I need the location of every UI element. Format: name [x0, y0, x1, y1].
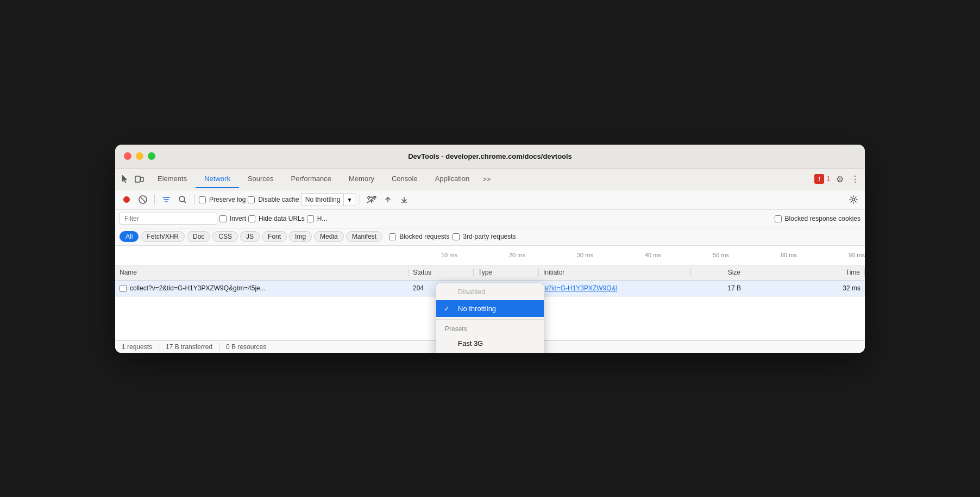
blocked-requests-checkbox[interactable] [389, 233, 396, 240]
tab-bar: Elements Network Sources Performance Mem… [115, 169, 865, 190]
row-checkbox[interactable] [120, 285, 127, 292]
wifi-button[interactable] [365, 192, 379, 207]
filter-tag-all[interactable]: All [120, 231, 139, 242]
maximize-button[interactable] [148, 152, 155, 160]
filter-tag-css[interactable]: CSS [212, 231, 238, 242]
tick-90ms: 90 ms [849, 252, 865, 258]
disable-cache-label[interactable]: Disable cache [248, 196, 299, 203]
td-time: 32 ms [745, 284, 865, 292]
tick-40ms: 40 ms [645, 252, 661, 258]
tab-application[interactable]: Application [426, 170, 479, 188]
timeline: 10 ms 20 ms 30 ms 40 ms 50 ms 80 ms 90 m… [115, 246, 865, 265]
third-party-label[interactable]: 3rd-party requests [453, 233, 516, 240]
resources-size: 0 B resources [226, 343, 273, 351]
th-name[interactable]: Name [115, 269, 409, 276]
filter-right: Blocked response cookies [775, 215, 860, 222]
hide-data-urls-checkbox[interactable] [248, 215, 255, 222]
dropdown-no-throttling[interactable]: ✓ No throttling [436, 300, 544, 317]
more-options-icon[interactable]: ⋮ [850, 173, 860, 184]
import-button[interactable] [397, 192, 411, 207]
th-type[interactable]: Type [474, 269, 539, 276]
dropdown-no-throttling-label: No throttling [458, 305, 496, 313]
request-type-bar: All Fetch/XHR Doc CSS JS Font Img Media … [115, 228, 865, 246]
td-initiator[interactable]: js?id=G-H1Y3PXZW9Q&l [539, 284, 691, 292]
third-party-checkbox[interactable] [453, 233, 460, 240]
preserve-log-label[interactable]: Preserve log [199, 196, 246, 203]
dropdown-fast-3g-label: Fast 3G [458, 339, 483, 347]
device-toolbar-icon[interactable] [134, 173, 145, 184]
svg-line-6 [184, 201, 186, 203]
filter-tag-img[interactable]: Img [289, 231, 312, 242]
blocked-requests-label[interactable]: Blocked requests [389, 233, 449, 240]
initiator-link[interactable]: js?id=G-H1Y3PXZW9Q&l [543, 284, 617, 292]
preserve-log-text: Preserve log [209, 196, 246, 203]
table-header: Name Status Type Initiator Size Time [115, 265, 865, 281]
tick-80ms: 80 ms [781, 252, 797, 258]
tick-20ms: 20 ms [509, 252, 525, 258]
hide-data-urls-label[interactable]: Hide data URLs [248, 215, 305, 222]
search-button[interactable] [175, 192, 190, 207]
th-size[interactable]: Size [691, 269, 745, 276]
filter-input[interactable] [120, 213, 217, 225]
dropdown-slow-3g[interactable]: Slow 3G [436, 352, 544, 353]
filter-bar: Invert Hide data URLs H... Blocked respo… [115, 210, 865, 228]
dropdown-fast-3g[interactable]: Fast 3G [436, 335, 544, 352]
preserve-log-checkbox[interactable] [199, 196, 206, 203]
issues-badge[interactable]: ! 1 [814, 174, 830, 184]
throttle-select[interactable]: No throttling ▼ [301, 193, 356, 206]
network-toolbar: Preserve log Disable cache No throttling… [115, 190, 865, 210]
filter-tag-fetch-xhr[interactable]: Fetch/XHR [141, 231, 185, 242]
tab-more-button[interactable]: >> [478, 171, 495, 188]
blocked-checkbox[interactable] [307, 215, 314, 222]
svg-rect-8 [401, 202, 407, 203]
dropdown-presets-label: Presets [436, 322, 544, 335]
svg-line-4 [141, 197, 145, 202]
tab-memory[interactable]: Memory [340, 170, 383, 188]
disable-cache-checkbox[interactable] [248, 196, 255, 203]
cursor-icon[interactable] [120, 173, 130, 184]
filter-button[interactable] [159, 192, 173, 207]
throttle-dropdown-arrow[interactable]: ▼ [343, 193, 355, 206]
hide-data-urls-text: Hide data URLs [259, 215, 305, 222]
network-settings-button[interactable] [846, 192, 860, 207]
tab-console[interactable]: Console [383, 170, 426, 188]
tab-network[interactable]: Network [196, 170, 239, 188]
filter-tag-media[interactable]: Media [314, 231, 344, 242]
th-status[interactable]: Status [409, 269, 474, 276]
filter-tag-js[interactable]: JS [240, 231, 260, 242]
svg-point-9 [852, 198, 855, 201]
tab-performance[interactable]: Performance [282, 170, 340, 188]
tab-elements[interactable]: Elements [149, 170, 196, 188]
settings-icon[interactable]: ⚙ [834, 173, 845, 184]
svg-rect-0 [135, 176, 140, 182]
record-button[interactable] [120, 192, 134, 207]
td-size: 17 B [691, 284, 745, 292]
disable-cache-text: Disable cache [258, 196, 299, 203]
blocked-response-label[interactable]: Blocked response cookies [775, 215, 860, 222]
th-time[interactable]: Time [745, 269, 865, 276]
tab-right-controls: ! 1 ⚙ ⋮ [814, 173, 860, 184]
invert-text: Invert [230, 215, 246, 222]
th-initiator[interactable]: Initiator [539, 269, 691, 276]
clear-button[interactable] [136, 192, 150, 207]
blocked-response-checkbox[interactable] [775, 215, 782, 222]
close-button[interactable] [124, 152, 131, 160]
dropdown-disabled[interactable]: Disabled [436, 283, 544, 300]
tab-sources[interactable]: Sources [239, 170, 282, 188]
issues-icon: ! [814, 174, 824, 184]
window-controls [124, 152, 155, 160]
tick-50ms: 50 ms [713, 252, 729, 258]
filter-tag-doc[interactable]: Doc [187, 231, 210, 242]
filter-tag-font[interactable]: Font [262, 231, 287, 242]
blocked-text: H... [317, 215, 328, 222]
invert-label[interactable]: Invert [219, 215, 246, 222]
filter-tag-manifest[interactable]: Manifest [346, 231, 382, 242]
blocked-label[interactable]: H... [307, 215, 328, 222]
tabs: Elements Network Sources Performance Mem… [149, 170, 814, 188]
separator-2 [194, 194, 194, 205]
window-title: DevTools - developer.chrome.com/docs/dev… [408, 152, 572, 160]
titlebar: DevTools - developer.chrome.com/docs/dev… [115, 145, 865, 169]
invert-checkbox[interactable] [219, 215, 227, 222]
upload-button[interactable] [381, 192, 395, 207]
minimize-button[interactable] [136, 152, 143, 160]
